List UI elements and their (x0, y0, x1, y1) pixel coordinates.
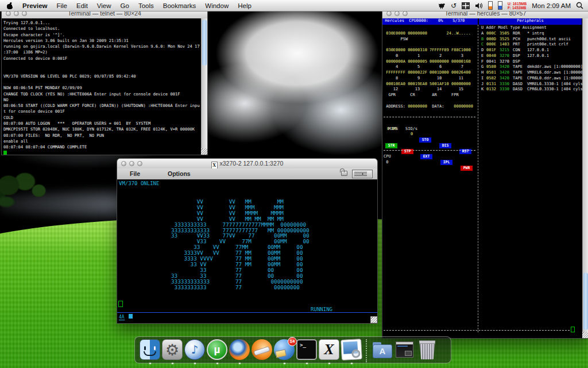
sio-value: 0 (411, 132, 413, 137)
address-label: ADDRESS: (384, 104, 408, 109)
memory-meter-1-icon[interactable] (488, 1, 493, 10)
device-row: K01323330DASDCPR6L0.3330-1 [404 cyls (479, 87, 582, 93)
device-row: H05813420TAPEVMREL6.ddr.aws [1:00000 (479, 70, 582, 76)
regs-0-3: 030E0000 00000310 7FFFFF89 F88C1000 (384, 48, 471, 53)
dock-icon-firefox[interactable] (229, 339, 250, 360)
minimize-button[interactable] (14, 11, 19, 16)
volume-menu-icon[interactable] (475, 2, 483, 9)
menu-bar: Preview File Edit View Go Tools Bookmark… (0, 0, 588, 12)
regs-index: 8 9 10 11 (384, 76, 463, 82)
dock-icon-trash[interactable] (417, 339, 438, 360)
menu-file[interactable]: File (56, 2, 67, 9)
regs-index: 0 1 2 3 (384, 53, 463, 59)
x3270-resize-grip[interactable] (370, 316, 377, 323)
oia-connection-indicator: 4A (119, 315, 125, 320)
dis-button: DIS (439, 143, 451, 148)
turkey-menu-icon[interactable] (438, 2, 446, 9)
time-machine-menu-icon[interactable]: ↺ (451, 2, 457, 9)
memory-meter-2-icon[interactable] (498, 1, 502, 10)
dock-icon-itunes[interactable]: ♪ (184, 339, 205, 360)
dock-icon-terminal[interactable]: >_ (296, 339, 317, 360)
x3270-window-title: x3270-2 127.0.0.1:3270 (220, 160, 284, 167)
hercules-scrollbar[interactable] (582, 18, 588, 338)
telnet-terminal-output: Trying 127.0.0.1... Connected to localho… (3, 20, 200, 151)
applications-folder-icon: A (373, 344, 392, 358)
menu-app-name[interactable]: Preview (22, 2, 47, 9)
running-indicator (306, 363, 308, 365)
x3270-options-menu[interactable]: Options (168, 168, 191, 179)
dashed-separator (384, 150, 475, 151)
close-button[interactable] (121, 161, 126, 166)
desktop: Preview File Edit View Go Tools Bookmark… (0, 0, 588, 368)
hercules-panel-screen[interactable]: Hercules CPU0000: 0% S/370 Peripherals 0… (382, 18, 582, 338)
memory-usage-text[interactable]: U: 1615MB F: 1453MB (508, 2, 527, 10)
x3270-terminal-screen[interactable]: VM/370 ONLINE VV VV MM MM VV VV MMM MMM … (117, 179, 377, 323)
hercules-resize-grip[interactable] (582, 332, 588, 338)
oia-block-indicator (129, 314, 133, 319)
register-set-labels: GPR CR AR FPR (384, 93, 459, 98)
panel-divider (478, 25, 478, 332)
ipl-button: IPL (440, 160, 452, 165)
vm370-online-text: VM/370 ONLINE (119, 181, 159, 186)
cpu-label: CPU (384, 154, 391, 160)
psw-label: PSW (384, 37, 408, 43)
terminal-cursor (3, 151, 7, 155)
dock-icon-minimized-window[interactable] (394, 339, 415, 360)
oia-separator-line (117, 312, 377, 313)
running-indicator (149, 363, 151, 365)
telnet-resize-grip[interactable] (201, 148, 207, 155)
running-indicator (284, 363, 285, 365)
spaces-menu-icon[interactable] (462, 2, 470, 9)
device-row: F00413270DSP (479, 59, 527, 65)
zoom-button[interactable] (22, 11, 27, 16)
menu-bar-clock[interactable]: Mon 2:09 AM (532, 2, 571, 9)
dock-icon-finder[interactable] (140, 339, 160, 360)
device-row: E00403270DSP127.0.0.1 (479, 53, 549, 59)
close-button[interactable] (6, 11, 11, 16)
telnet-terminal-window: Terminal — telnet — 80×24 Trying 127.0.0… (1, 8, 208, 155)
scrollbar-thumb[interactable] (202, 20, 207, 66)
peripherals-header: U Addr Modl Type Assignment (479, 25, 547, 31)
device-row: J01313330DASDVMREL6.3330-1 [404 cyls (479, 82, 582, 87)
menu-view[interactable]: View (97, 2, 111, 9)
running-status-text: RUNNING (311, 306, 332, 312)
x3270-window-titlebar[interactable]: Xx3270-2 127.0.0.1:3270 (117, 159, 377, 169)
x11-icon: X (319, 339, 339, 360)
dock-icon-utorrent[interactable]: µ (207, 339, 227, 360)
dock-icon-fox-rocket-browser[interactable] (252, 339, 272, 360)
dock-icon-preview[interactable] (341, 339, 362, 360)
menu-window[interactable]: Window (205, 2, 229, 9)
zoom-button[interactable] (403, 11, 408, 16)
menu-edit[interactable]: Edit (76, 2, 88, 9)
close-button[interactable] (386, 11, 392, 16)
x3270-file-menu[interactable]: File (130, 168, 140, 179)
telnet-terminal-screen[interactable]: Trying 127.0.0.1... Connected to localho… (2, 18, 207, 155)
rst-button: RST (459, 149, 471, 154)
minimize-button[interactable] (129, 161, 134, 166)
hercules-header-peripherals: Peripherals (479, 18, 582, 25)
regs-8-11: FFFFFFFF 0000022F 0001D000 00026400 (384, 70, 471, 76)
telnet-scrollbar[interactable] (201, 18, 207, 155)
running-indicator (194, 363, 196, 365)
menu-help[interactable]: Help (238, 2, 252, 9)
menu-tools[interactable]: Tools (138, 2, 154, 9)
dock-icon-mail-globe[interactable]: 14 (274, 339, 295, 360)
device-row: C000E1403PRTprint00e.txt crlf (479, 42, 568, 48)
dock-icon-x11[interactable]: X (319, 339, 339, 360)
firefox-icon (229, 339, 250, 360)
zoom-button[interactable] (137, 161, 142, 166)
menu-bookmarks[interactable]: Bookmarks (163, 2, 196, 9)
spotlight-icon[interactable] (576, 2, 583, 9)
minimize-button[interactable] (394, 11, 400, 16)
cpu-value: 0 (384, 160, 388, 166)
menu-go[interactable]: Go (121, 2, 129, 9)
apple-menu-icon[interactable] (7, 2, 13, 9)
scrollbar-thumb[interactable] (583, 273, 588, 330)
pwr-button: PWR (461, 166, 473, 171)
mu-torrent-icon: µ (207, 339, 227, 360)
hercules-cursor (571, 327, 575, 332)
dock-icon-system-preferences[interactable]: ⚙ (162, 339, 183, 360)
dock-icon-applications-folder[interactable]: A (372, 339, 393, 360)
address-data-line: ADDRESS: 00000000 DATA: 00000000 (384, 104, 473, 110)
keypad-toggle-button[interactable] (352, 170, 373, 178)
